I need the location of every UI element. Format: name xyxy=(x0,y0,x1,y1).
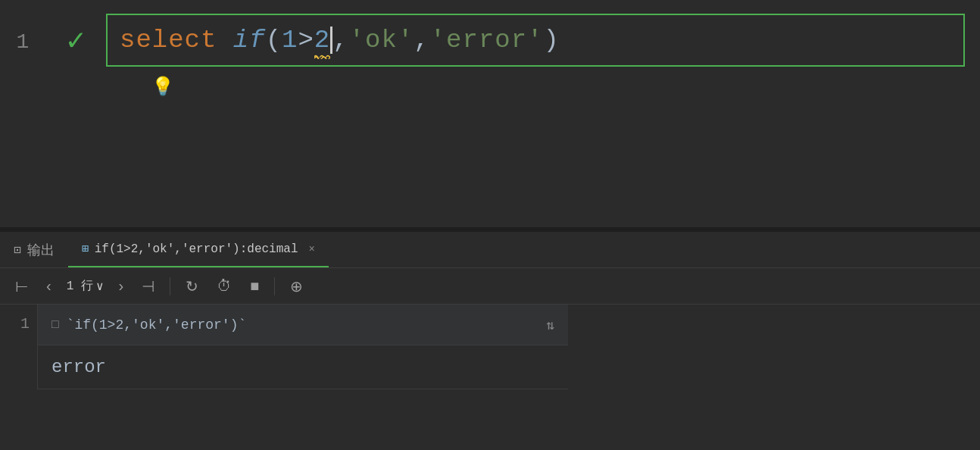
pin-button[interactable]: ⊕ xyxy=(282,274,311,298)
column-expand-icon[interactable]: ⇅ xyxy=(546,317,554,333)
open-paren: ( xyxy=(266,26,282,55)
line-number: 1 xyxy=(0,27,45,54)
next-row-button[interactable]: › xyxy=(111,274,132,298)
tab-output[interactable]: ⊡ 输出 xyxy=(0,232,68,267)
hint-line: 💡 xyxy=(0,73,980,98)
history-button[interactable]: ⏱ xyxy=(209,274,239,298)
code-line-1: 1 ✓ select if ( 1 > 2 , 'ok' , 'error' ) xyxy=(0,0,980,73)
row-selector[interactable]: 1 行 ∨ xyxy=(62,278,108,294)
rows-chevron: ∨ xyxy=(96,279,104,294)
checkmark-icon: ✓ xyxy=(45,22,106,59)
toolbar: ⊢ ‹ 1 行 ∨ › ⊣ ↻ ⏱ ■ ⊕ xyxy=(0,268,980,305)
prev-row-button[interactable]: ‹ xyxy=(39,274,59,298)
row-num-1: 1 xyxy=(0,315,30,333)
comma2: , xyxy=(414,26,429,55)
output-icon: ⊡ xyxy=(14,242,21,258)
hint-icon: 💡 xyxy=(151,77,174,98)
str2: 'error' xyxy=(430,26,544,55)
column-type-icon: □ xyxy=(51,318,59,332)
data-table: □ `if(1>2,'ok','error')` ⇅ error xyxy=(38,305,568,389)
first-row-button[interactable]: ⊢ xyxy=(8,274,36,298)
num2-squiggle: 2 xyxy=(314,26,330,55)
space1 xyxy=(217,26,233,55)
table-row: error xyxy=(38,345,568,389)
editor-area: 1 ✓ select if ( 1 > 2 , 'ok' , 'error' )… xyxy=(0,0,980,182)
tabs-bar: ⊡ 输出 ⊞ if(1>2,'ok','error'):decimal × xyxy=(0,232,980,268)
refresh-button[interactable]: ↻ xyxy=(178,274,206,298)
row-count-label: 1 行 xyxy=(67,278,93,294)
stop-button[interactable]: ■ xyxy=(242,274,267,298)
gt-operator: > xyxy=(298,26,314,55)
tab-result[interactable]: ⊞ if(1>2,'ok','error'):decimal × xyxy=(68,232,329,267)
cell-value: error xyxy=(51,357,106,377)
row-number-column: 1 xyxy=(0,305,38,389)
close-paren: ) xyxy=(544,26,560,55)
comma1: , xyxy=(332,26,348,55)
keyword-select: select xyxy=(120,26,217,55)
tab-close-icon[interactable]: × xyxy=(309,243,315,255)
bottom-panel: ⊡ 输出 ⊞ if(1>2,'ok','error'):decimal × ⊢ … xyxy=(0,232,980,389)
output-label: 输出 xyxy=(27,241,55,259)
result-label: if(1>2,'ok','error'):decimal xyxy=(95,242,298,256)
num1: 1 xyxy=(282,26,298,55)
num2: 2 xyxy=(314,26,330,55)
table-column-header: □ `if(1>2,'ok','error')` ⇅ xyxy=(38,305,568,345)
results-area: 1 □ `if(1>2,'ok','error')` ⇅ error xyxy=(0,305,980,389)
column-header-label: `if(1>2,'ok','error')` xyxy=(67,317,247,333)
table-icon: ⊞ xyxy=(82,242,89,256)
str1: 'ok' xyxy=(349,26,414,55)
code-editor-box[interactable]: select if ( 1 > 2 , 'ok' , 'error' ) xyxy=(106,14,965,67)
toolbar-divider-2 xyxy=(274,277,275,295)
last-row-button[interactable]: ⊣ xyxy=(134,274,162,298)
keyword-if: if xyxy=(233,26,266,55)
toolbar-divider-1 xyxy=(170,277,170,295)
